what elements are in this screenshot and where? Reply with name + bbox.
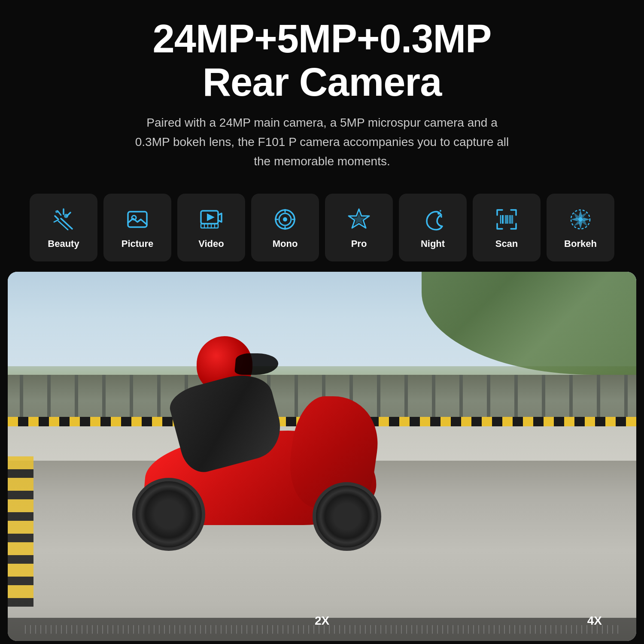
rider-body xyxy=(166,367,288,477)
mode-card-pro[interactable]: Pro xyxy=(325,194,393,261)
mono-label: Mono xyxy=(273,238,298,249)
main-title: 24MP+5MP+0.3MP Rear Camera xyxy=(26,17,618,104)
borkeh-icon xyxy=(567,206,594,233)
pro-label: Pro xyxy=(351,238,367,249)
svg-point-20 xyxy=(283,217,287,222)
rider-visor xyxy=(234,353,279,375)
mode-card-borkeh[interactable]: Borkeh xyxy=(547,194,614,261)
mode-card-mono[interactable]: Mono xyxy=(251,194,319,261)
svg-line-5 xyxy=(61,219,72,229)
svg-point-26 xyxy=(440,216,442,218)
beauty-label: Beauty xyxy=(48,238,79,249)
motorcycle-photo: 2X 4X xyxy=(8,272,636,641)
svg-line-2 xyxy=(55,216,58,219)
mode-card-night[interactable]: Night xyxy=(399,194,467,261)
svg-marker-12 xyxy=(207,213,215,221)
header-section: 24MP+5MP+0.3MP Rear Camera Paired with a… xyxy=(0,0,644,180)
night-icon xyxy=(419,206,447,233)
rider xyxy=(162,336,291,508)
svg-point-8 xyxy=(55,210,58,213)
scan-label: Scan xyxy=(495,238,518,249)
mode-card-picture[interactable]: Picture xyxy=(103,194,171,261)
photo-background: 2X 4X xyxy=(8,272,636,641)
svg-line-6 xyxy=(58,221,68,230)
motorcycle-group xyxy=(76,328,428,585)
scan-icon xyxy=(493,206,520,233)
mode-card-beauty[interactable]: Beauty xyxy=(30,194,97,261)
svg-point-27 xyxy=(440,210,441,212)
beauty-icon xyxy=(50,206,77,233)
zoom-scale: 2X 4X xyxy=(25,625,619,634)
picture-icon xyxy=(124,206,151,233)
pro-icon xyxy=(345,206,373,233)
svg-rect-9 xyxy=(128,212,147,227)
zoom-label-4x: 4X xyxy=(587,614,602,628)
borkeh-label: Borkeh xyxy=(564,238,597,249)
mode-card-video[interactable]: Video xyxy=(177,194,245,261)
mode-card-scan[interactable]: Scan xyxy=(473,194,541,261)
zoom-bar: 2X 4X xyxy=(8,618,636,641)
svg-point-7 xyxy=(64,214,68,218)
svg-point-25 xyxy=(437,212,440,215)
video-icon xyxy=(197,206,225,233)
subtitle-text: Paired with a 24MP main camera, a 5MP mi… xyxy=(129,113,515,171)
mono-icon xyxy=(271,206,299,233)
camera-modes-row: Beauty Picture V xyxy=(17,194,627,261)
video-label: Video xyxy=(198,238,224,249)
svg-line-4 xyxy=(54,220,58,222)
road-markers xyxy=(8,456,33,607)
svg-line-3 xyxy=(58,211,61,215)
photo-section: 2X 4X xyxy=(0,272,644,644)
picture-label: Picture xyxy=(122,238,154,249)
svg-point-36 xyxy=(578,217,583,222)
zoom-label-2x: 2X xyxy=(315,614,329,628)
wheel-front xyxy=(313,482,381,551)
night-label: Night xyxy=(421,238,445,249)
